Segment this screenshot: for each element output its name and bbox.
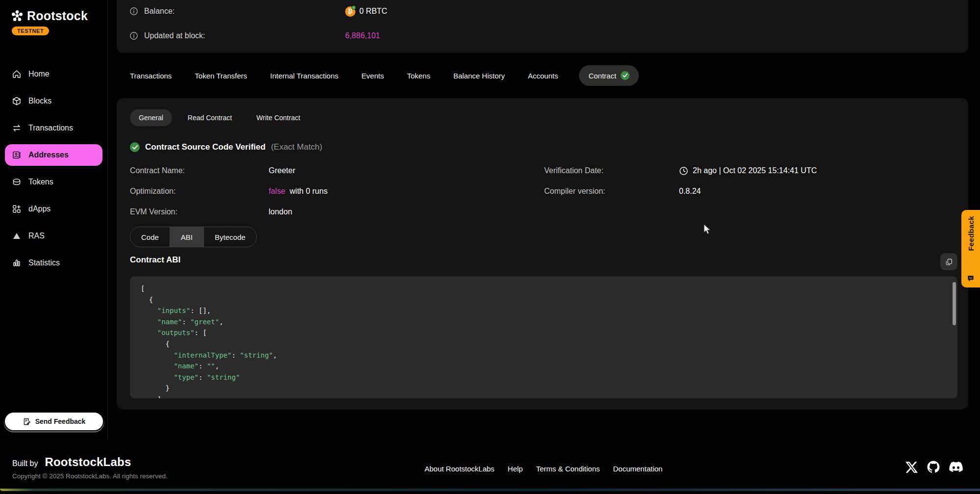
verified-check-icon xyxy=(621,71,629,80)
detail-label: Compiler version: xyxy=(544,187,679,196)
send-feedback-label: Send Feedback xyxy=(35,417,86,425)
tab-tokens[interactable]: Tokens xyxy=(407,72,430,80)
sidebar-item-label: Statistics xyxy=(28,259,60,267)
sidebar-item-blocks[interactable]: Blocks xyxy=(5,90,102,112)
github-icon[interactable] xyxy=(927,461,940,473)
code-string: "" xyxy=(207,362,215,370)
verified-title: Contract Source Code Verified xyxy=(145,142,266,152)
verified-row: Contract Source Code Verified (Exact Mat… xyxy=(130,142,322,152)
summary-row: Balance:₿0 RBTC xyxy=(129,4,954,19)
subtab-general[interactable]: General xyxy=(130,109,172,126)
footer-link-documentation[interactable]: Documentation xyxy=(613,465,663,473)
code-tab-bytecode[interactable]: Bytecode xyxy=(204,227,256,247)
contract-card: GeneralRead ContractWrite Contract Contr… xyxy=(117,98,968,410)
brand-logo[interactable]: Rootstock TESTNET xyxy=(0,0,107,35)
dapps-icon xyxy=(12,204,22,214)
sidebar-item-label: RAS xyxy=(28,232,45,240)
tab-contract[interactable]: Contract xyxy=(579,65,639,86)
summary-value-text: 0 RBTC xyxy=(359,7,387,16)
detail-value-text: 2h ago | Oct 02 2025 15:14:41 UTC xyxy=(693,166,817,175)
rootstock-logo-icon xyxy=(11,10,24,23)
footer-brand[interactable]: RootstockLabs xyxy=(45,455,131,469)
sidebar-item-label: Tokens xyxy=(28,178,53,186)
contract-subtabs: GeneralRead ContractWrite Contract xyxy=(130,109,309,126)
summary-label: Balance: xyxy=(129,7,345,16)
code-scrollbar-thumb[interactable] xyxy=(953,282,956,325)
code-string: "internalType" xyxy=(174,351,231,359)
summary-label: Updated at block: xyxy=(129,31,345,40)
tab-accounts[interactable]: Accounts xyxy=(528,72,558,80)
transactions-icon xyxy=(12,123,22,133)
sidebar-item-tokens[interactable]: Tokens xyxy=(5,171,102,193)
info-icon xyxy=(129,7,138,16)
code-plain: } xyxy=(141,384,170,392)
discord-icon[interactable] xyxy=(949,462,963,472)
tab-transactions[interactable]: Transactions xyxy=(130,72,172,80)
sidebar-item-home[interactable]: Home xyxy=(5,63,102,85)
address-summary-card: Balance:₿0 RBTCUpdated at block:6,886,10… xyxy=(117,0,968,53)
home-icon xyxy=(12,69,22,79)
code-plain xyxy=(141,318,157,326)
code-tab-abi[interactable]: ABI xyxy=(170,227,204,247)
abi-title: Contract ABI xyxy=(130,255,180,265)
sidebar-item-label: dApps xyxy=(28,205,50,213)
detail-value: false with 0 runs xyxy=(269,187,327,196)
feedback-side-tab[interactable]: Feedback xyxy=(961,210,980,287)
detail-value: 0.8.24 xyxy=(679,187,701,196)
brand-name: Rootstock xyxy=(27,9,88,23)
code-view-switch: CodeABIBytecode xyxy=(130,227,257,247)
x-icon[interactable] xyxy=(905,461,918,473)
code-plain: : xyxy=(199,373,207,381)
detail-row: Contract Name:Greeter xyxy=(130,165,295,176)
code-string: "inputs" xyxy=(157,307,190,314)
code-plain: ] xyxy=(141,395,161,398)
sidebar-item-statistics[interactable]: Statistics xyxy=(5,252,102,274)
code-plain xyxy=(141,373,174,381)
sidebar-item-ras[interactable]: RAS xyxy=(5,225,102,247)
sidebar-item-transactions[interactable]: Transactions xyxy=(5,117,102,139)
tab-events[interactable]: Events xyxy=(361,72,384,80)
tab-internal-transactions[interactable]: Internal Transactions xyxy=(270,72,338,80)
tab-balance-history[interactable]: Balance History xyxy=(453,72,505,80)
code-tab-code[interactable]: Code xyxy=(130,227,170,247)
code-plain: { xyxy=(141,340,170,348)
summary-value: ₿0 RBTC xyxy=(345,6,387,17)
feedback-chat-icon xyxy=(967,275,975,282)
footer-social xyxy=(905,461,963,473)
code-plain: : xyxy=(182,318,190,326)
code-plain: : [], xyxy=(190,307,211,314)
copyright: Copyright © 2025 RootstockLabs. All righ… xyxy=(12,472,168,480)
code-string: "type" xyxy=(174,373,199,381)
footer-link-terms-conditions[interactable]: Terms & Conditions xyxy=(536,465,600,473)
clock-icon xyxy=(679,166,688,176)
summary-value[interactable]: 6,886,101 xyxy=(345,31,380,40)
code-string: "string" xyxy=(207,373,240,381)
copy-abi-button[interactable] xyxy=(940,253,957,270)
sidebar-item-dapps[interactable]: dApps xyxy=(5,198,102,220)
contract-abi-code[interactable]: [ { "inputs": [], "name": "greet", "outp… xyxy=(130,276,957,398)
bottom-gradient-strip xyxy=(0,489,980,491)
detail-value-text: Greeter xyxy=(269,166,295,175)
feedback-tab-label: Feedback xyxy=(967,216,975,251)
detail-label: EVM Version: xyxy=(130,208,269,216)
code-plain: [ xyxy=(141,285,145,292)
code-plain: : xyxy=(199,362,207,370)
sidebar-item-addresses[interactable]: Addresses xyxy=(5,144,102,166)
verified-check-icon xyxy=(130,142,140,152)
tab-token-transfers[interactable]: Token Transfers xyxy=(195,72,247,80)
footer: Built by RootstockLabs Copyright © 2025 … xyxy=(0,439,980,491)
code-plain xyxy=(141,329,157,337)
subtab-read-contract[interactable]: Read Contract xyxy=(179,109,241,126)
code-string: "greet" xyxy=(190,318,219,326)
send-feedback-button[interactable]: Send Feedback xyxy=(5,413,103,430)
subtab-write-contract[interactable]: Write Contract xyxy=(248,109,309,126)
testnet-badge: TESTNET xyxy=(12,26,49,35)
footer-link-help[interactable]: Help xyxy=(508,465,523,473)
footer-link-about-rootstocklabs[interactable]: About RootstockLabs xyxy=(425,465,495,473)
addresses-icon xyxy=(12,150,22,160)
detail-row: Optimization:false with 0 runs xyxy=(130,186,327,197)
detail-value-text: london xyxy=(269,208,292,216)
code-string: "outputs" xyxy=(157,329,195,337)
summary-label-text: Balance: xyxy=(144,7,175,16)
main-content: Balance:₿0 RBTCUpdated at block:6,886,10… xyxy=(108,0,980,439)
